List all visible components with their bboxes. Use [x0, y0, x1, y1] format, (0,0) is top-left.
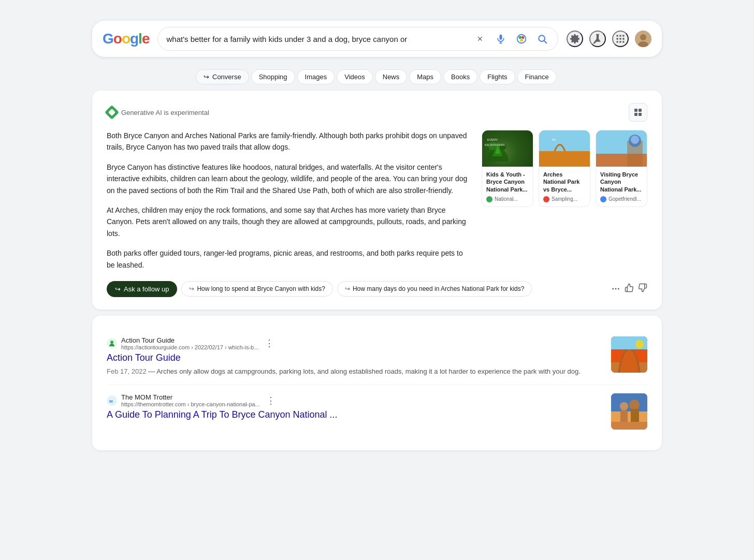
- tab-converse-label: Converse: [212, 73, 241, 81]
- tab-books-label: Books: [451, 73, 470, 81]
- svg-rect-33: [539, 151, 590, 167]
- svg-point-42: [618, 288, 619, 290]
- result-2-favicon: M: [107, 395, 117, 406]
- result-1-title[interactable]: Action Tour Guide: [107, 352, 603, 363]
- suggestion-2-button[interactable]: ↪ How many days do you need in Arches Na…: [337, 281, 532, 297]
- result-1-source-info: Action Tour Guide https://actiontourguid…: [121, 336, 258, 350]
- grid-view-button[interactable]: [629, 103, 647, 122]
- tab-converse[interactable]: ↪ Converse: [196, 69, 249, 84]
- result-item-1: Action Tour Guide https://actiontourguid…: [107, 328, 647, 386]
- ai-header: Generative AI is experimental: [107, 103, 647, 122]
- result-item-2: M The MOM Trotter https://themomtrotter.…: [107, 385, 647, 438]
- page-container: Google ✕: [92, 21, 662, 539]
- google-logo: Google: [103, 31, 149, 47]
- grid-view-icon: [634, 108, 642, 116]
- result-1-thumbnail: [611, 336, 647, 373]
- header: Google ✕: [92, 21, 662, 57]
- tab-videos[interactable]: Videos: [337, 69, 373, 84]
- ai-card-3-source-text: Gopetfriendl...: [608, 196, 641, 202]
- svg-point-48: [635, 340, 644, 348]
- svg-text:KID OUTDOORS: KID OUTDOORS: [485, 143, 505, 146]
- ai-actions: ↪ Ask a follow up ↪ How long to spend at…: [107, 281, 647, 297]
- follow-up-label: Ask a follow up: [124, 285, 169, 293]
- ai-label-text: Generative AI is experimental: [121, 109, 209, 116]
- svg-rect-12: [617, 38, 618, 39]
- svg-point-4: [519, 36, 522, 39]
- ai-source-cards: EVERY KID OUTDOORS Kids & Youth - Bryce …: [482, 130, 647, 271]
- result-2-thumbnail: [611, 393, 647, 430]
- svg-text:EVERY: EVERY: [487, 138, 498, 141]
- ai-paragraph-3: At Arches, children may enjoy the rock f…: [107, 204, 471, 239]
- thumbs-up-icon: [625, 283, 634, 292]
- source-dot-1: [486, 196, 492, 202]
- svg-rect-24: [639, 113, 642, 116]
- svg-point-44: [110, 341, 113, 344]
- ai-card-3[interactable]: Visiting Bryce Canyon National Park... G…: [596, 130, 647, 207]
- result-1-info: Action Tour Guide https://actiontourguid…: [107, 336, 603, 377]
- svg-point-19: [640, 34, 646, 40]
- ai-card-1-image: EVERY KID OUTDOORS: [482, 130, 533, 167]
- svg-rect-10: [619, 35, 621, 37]
- search-button[interactable]: [535, 32, 549, 46]
- svg-point-6: [520, 39, 523, 42]
- svg-rect-23: [634, 113, 637, 116]
- search-icons: ✕: [473, 32, 549, 46]
- result-1-menu-button[interactable]: ⋮: [263, 337, 276, 349]
- tab-news[interactable]: News: [375, 69, 408, 84]
- ai-card-1-source: National...: [486, 196, 529, 202]
- svg-point-54: [629, 400, 640, 410]
- tab-shopping-label: Shopping: [259, 73, 287, 81]
- source-dot-3: [600, 196, 606, 202]
- result-1-favicon: [107, 338, 117, 348]
- thumbs-up-button[interactable]: [625, 283, 634, 294]
- svg-rect-15: [617, 41, 618, 42]
- more-button[interactable]: [611, 284, 620, 293]
- clear-button[interactable]: ✕: [473, 32, 487, 46]
- google-apps-button[interactable]: [612, 31, 629, 47]
- ask-follow-up-button[interactable]: ↪ Ask a follow up: [107, 281, 177, 297]
- result-1-date: Feb 17, 2022: [107, 367, 147, 375]
- ai-card-2[interactable]: vs Arches National Park vs Bryce... Samp…: [539, 130, 590, 207]
- result-1-source-name: Action Tour Guide: [121, 336, 258, 344]
- mic-button[interactable]: [494, 32, 508, 46]
- ai-card-1[interactable]: EVERY KID OUTDOORS Kids & Youth - Bryce …: [482, 130, 533, 207]
- ai-card-2-body: Arches National Park vs Bryce... Samplin…: [539, 167, 590, 207]
- tab-images[interactable]: Images: [297, 69, 335, 84]
- result-2-title[interactable]: A Guide To Planning A Trip To Bryce Cany…: [107, 409, 603, 420]
- ai-card-3-image: [596, 130, 647, 167]
- gear-icon: [570, 34, 580, 44]
- suggestion-1-button[interactable]: ↪ How long to spend at Bryce Canyon with…: [181, 281, 332, 297]
- tab-shopping[interactable]: Shopping: [251, 69, 295, 84]
- svg-rect-11: [622, 35, 624, 37]
- ai-card-3-source: Gopetfriendl...: [600, 196, 643, 202]
- ai-cards-row: EVERY KID OUTDOORS Kids & Youth - Bryce …: [482, 130, 647, 207]
- svg-point-40: [612, 288, 614, 290]
- ai-label: Generative AI is experimental: [107, 107, 209, 117]
- result-2-source-info: The MOM Trotter https://themomtrotter.co…: [121, 393, 260, 407]
- ai-card-2-source: Sampling...: [543, 196, 586, 202]
- avatar[interactable]: [635, 31, 651, 47]
- svg-rect-9: [617, 35, 618, 37]
- search-input[interactable]: [166, 35, 468, 43]
- mic-icon: [496, 34, 506, 44]
- converse-arrow-icon: ↪: [204, 73, 209, 81]
- lens-button[interactable]: [514, 32, 529, 46]
- main-content: Generative AI is experimental Both Bryce…: [92, 91, 662, 450]
- ai-card-1-title: Kids & Youth - Bryce Canyon National Par…: [486, 171, 529, 193]
- ai-text: Both Bryce Canyon and Arches National Pa…: [107, 130, 471, 271]
- svg-text:vs: vs: [552, 138, 556, 141]
- svg-rect-22: [639, 109, 642, 112]
- grid-icon: [615, 34, 626, 44]
- svg-rect-57: [611, 422, 647, 430]
- tab-finance[interactable]: Finance: [517, 69, 557, 84]
- tab-flights[interactable]: Flights: [480, 69, 515, 84]
- follow-up-arrow-icon: ↪: [115, 285, 121, 293]
- thumbs-down-icon: [638, 283, 647, 292]
- settings-button[interactable]: [567, 31, 583, 47]
- tab-books[interactable]: Books: [443, 69, 477, 84]
- tab-maps[interactable]: Maps: [409, 69, 441, 84]
- labs-button[interactable]: [589, 31, 606, 47]
- svg-rect-0: [500, 35, 502, 40]
- result-2-menu-button[interactable]: ⋮: [264, 395, 278, 406]
- thumbs-down-button[interactable]: [638, 283, 647, 294]
